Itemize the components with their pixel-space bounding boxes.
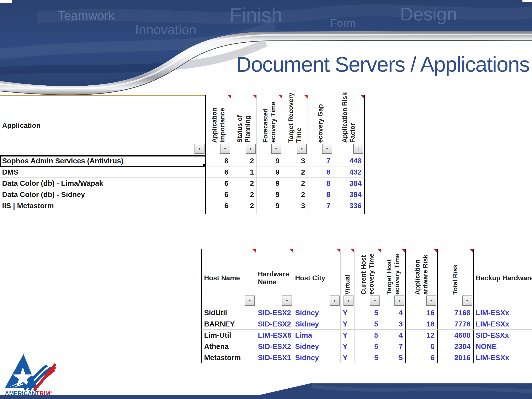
t1-cell-value[interactable]: 2 (231, 189, 256, 200)
t2-cell[interactable]: Sidney (293, 352, 340, 363)
filter-dropdown-button[interactable]: ▼ (282, 296, 292, 306)
t1-cell-value[interactable]: 7 (308, 155, 333, 166)
t1-cell-value[interactable]: 9 (256, 200, 282, 211)
t2-cell-host[interactable]: Lim-Util (201, 329, 256, 341)
filter-dropdown-button[interactable]: ▼ (220, 144, 230, 154)
t2-cell[interactable]: 3 (381, 318, 405, 329)
t1-cell-value[interactable]: 432 (333, 166, 365, 178)
t2-cell[interactable]: Sidney (293, 307, 340, 318)
t2-cell[interactable]: LIM-ESX6 (256, 329, 293, 341)
t1-cell-value[interactable]: 3 (282, 155, 308, 166)
t2-cell[interactable]: SID-ESX1 (256, 352, 293, 363)
t1-cell-value[interactable]: 2 (282, 178, 308, 189)
value: 2016 (454, 354, 470, 362)
t1-cell-value[interactable]: 9 (256, 166, 282, 178)
t2-cell[interactable]: Y (340, 341, 354, 352)
t2-cell[interactable]: 4608 (437, 329, 473, 341)
t2-cell[interactable]: 5 (354, 352, 381, 363)
t2-cell[interactable]: 16 (405, 307, 437, 318)
t1-cell-value[interactable]: 8 (308, 166, 333, 178)
t1-cell-value[interactable]: 8 (308, 189, 333, 200)
value: 12 (426, 331, 435, 339)
t1-cell-value[interactable]: 8 (308, 178, 333, 189)
filter-dropdown-button[interactable]: ▼ (271, 144, 281, 154)
t1-cell-value[interactable]: 9 (256, 189, 282, 200)
t1-cell-value[interactable]: 1 (231, 166, 256, 178)
filter-dropdown-button[interactable]: ▼ (394, 296, 404, 306)
t2-cell-host[interactable]: Metastorm (201, 352, 256, 363)
t2-cell[interactable]: 2304 (437, 341, 473, 352)
t1-cell-value[interactable]: 448 (333, 155, 365, 166)
t1-cell-value[interactable]: 6 (205, 200, 231, 211)
t1-cell-value[interactable]: 384 (333, 178, 365, 189)
t1-cell-value[interactable]: 3 (282, 200, 308, 211)
t2-cell[interactable]: Y (340, 352, 354, 363)
t2-cell[interactable]: 7776 (437, 318, 473, 329)
t1-cell-value[interactable]: 2 (231, 200, 256, 211)
t2-cell[interactable]: Y (340, 318, 354, 329)
t2-cell[interactable]: 2016 (437, 352, 473, 363)
t2-cell[interactable]: NONE (473, 341, 532, 352)
t2-cell[interactable]: 7 (381, 341, 405, 352)
t1-cell-value[interactable]: 2 (231, 178, 256, 189)
host-name: Lim-Util (204, 331, 231, 339)
filter-dropdown-icon: ▼ (285, 299, 289, 303)
filter-dropdown-button[interactable]: ▼ (426, 296, 436, 306)
filter-dropdown-button[interactable]: ▼ (343, 296, 354, 306)
filter-dropdown-button[interactable]: ▼ (322, 144, 332, 154)
t2-cell-host[interactable]: BARNEY (201, 318, 256, 329)
t1-cell-value[interactable]: 6 (205, 178, 231, 189)
t1-cell-value[interactable]: 336 (333, 200, 365, 211)
t2-cell[interactable]: Sidney (293, 318, 340, 329)
t2-cell[interactable]: Lima (293, 329, 340, 341)
filter-dropdown-button[interactable]: ▼ (195, 144, 204, 154)
t2-cell[interactable]: 6 (405, 352, 437, 363)
filter-dropdown-button[interactable]: ▼ (245, 296, 255, 306)
t2-cell[interactable]: 5 (354, 318, 381, 329)
t2-cell[interactable]: 5 (381, 352, 405, 363)
t2-cell[interactable]: 5 (354, 341, 381, 352)
t2-cell-host[interactable]: Athena (201, 341, 256, 352)
t2-cell[interactable]: Y (340, 329, 354, 341)
t1-cell-application[interactable]: Data Color (db) - Sidney (0, 189, 205, 200)
t1-cell-value[interactable]: 2 (282, 189, 308, 200)
filter-dropdown-button[interactable]: ▼ (370, 296, 380, 306)
t2-cell[interactable]: SID-ESX2 (256, 318, 293, 329)
t2-cell-host[interactable]: SidUtil (201, 307, 256, 318)
t1-cell-value[interactable]: 6 (205, 166, 231, 178)
t1-cell-application[interactable]: Sophos Admin Services (Antivirus) (0, 155, 205, 166)
t2-cell[interactable]: 5 (354, 307, 381, 318)
t1-cell-application[interactable]: IIS | Metastorm (0, 200, 205, 211)
t2-cell[interactable]: 6 (405, 341, 437, 352)
t2-cell[interactable]: SID-ESX2 (256, 307, 293, 318)
filter-dropdown-button[interactable]: ▼ (246, 144, 256, 154)
t2-cell[interactable]: LIM-ESXx (473, 307, 532, 318)
t1-cell-application[interactable]: DMS (0, 166, 205, 178)
t1-cell-value[interactable]: 384 (333, 189, 365, 200)
t1-cell-value[interactable]: 7 (308, 200, 333, 211)
t2-cell[interactable]: 5 (354, 329, 381, 341)
t1-cell-value[interactable]: 8 (205, 155, 231, 166)
t2-cell[interactable]: 18 (405, 318, 437, 329)
t1-cell-value[interactable]: 6 (205, 189, 231, 200)
t1-cell-value[interactable]: 9 (256, 155, 282, 166)
filter-dropdown-button[interactable]: ▼ (462, 296, 472, 306)
filter-dropdown-button[interactable]: ▼ (297, 144, 307, 154)
t2-cell[interactable]: SID-ESX2 (256, 341, 293, 352)
t2-cell[interactable]: LIM-ESXx (473, 352, 532, 363)
t1-cell-value[interactable]: 2 (282, 166, 308, 178)
t2-cell[interactable]: 12 (405, 329, 437, 341)
t2-cell[interactable]: Sidney (293, 341, 340, 352)
t2-cell[interactable]: LIM-ESXx (473, 318, 532, 329)
t2-cell[interactable]: 4 (381, 307, 405, 318)
t1-cell-application[interactable]: Data Color (db) - Lima/Wapak (0, 178, 205, 189)
sort-descending-filter-button[interactable]: ↓ (353, 144, 363, 154)
t2-cell[interactable]: 4 (381, 329, 405, 341)
t2-cell[interactable]: 7168 (437, 307, 473, 318)
filter-dropdown-button[interactable]: ▼ (329, 296, 340, 306)
t2-cell[interactable]: Y (340, 307, 354, 318)
value: Y (343, 320, 348, 328)
t1-cell-value[interactable]: 9 (256, 178, 282, 189)
t1-cell-value[interactable]: 2 (231, 155, 256, 166)
t2-cell[interactable]: SID-ESXx (473, 329, 532, 341)
